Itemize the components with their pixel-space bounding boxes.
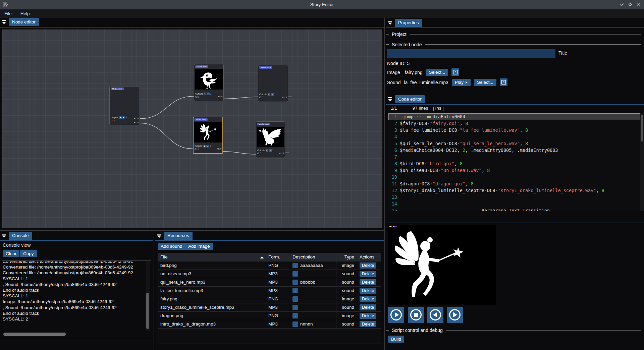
console-copy-button[interactable]: Copy <box>20 250 37 257</box>
decrement-outputs-button[interactable] <box>119 116 122 119</box>
edit-description-button[interactable]: .. <box>292 305 298 310</box>
resource-row[interactable]: story1_drako_luminelle_sceptre.mp3MP3..s… <box>158 303 381 312</box>
code-line[interactable]: 10 <box>388 174 641 180</box>
code-scrollbar-thumb[interactable] <box>641 115 643 141</box>
tab-node-editor[interactable]: Node editor <box>9 18 39 26</box>
resource-row[interactable]: intro_drako_le_dragon.mp3MP3..nnnnnsound… <box>158 320 381 329</box>
code-line[interactable]: 15 Paragraph Text Transition <box>388 207 641 211</box>
maximize-button[interactable] <box>628 2 633 7</box>
decrement-outputs-button[interactable] <box>268 93 270 96</box>
console-vertical-scrollbar[interactable] <box>146 261 150 331</box>
tab-resources[interactable]: Resources <box>164 232 193 240</box>
code-line[interactable]: 8$bird·DC8·"bird.qoi", 8 <box>388 160 641 167</box>
decrement-outputs-button[interactable] <box>204 93 206 95</box>
minimize-button[interactable] <box>619 2 625 7</box>
collapse-icon[interactable] <box>388 97 392 103</box>
console-clear-button[interactable]: Clear <box>3 250 19 257</box>
code-line[interactable]: 5$qui_sera_le_hero·DC8·"qui_sera_le_hero… <box>388 140 641 147</box>
decrement-outputs-button[interactable] <box>266 149 268 152</box>
add-sound-button[interactable]: Add sound <box>158 243 185 250</box>
edit-description-button[interactable]: .. <box>292 271 298 277</box>
code-line[interactable]: 3$la_fee_luminelle·DC8·"la_fee_luminelle… <box>388 127 641 133</box>
collapse-icon[interactable] <box>157 234 162 239</box>
graph-node-media[interactable]: Media nodeOutputs1O: 1#1: 0 <box>258 65 288 102</box>
image-select-button[interactable]: Select... <box>426 69 448 76</box>
increment-outputs-button[interactable] <box>271 93 274 96</box>
edit-description-button[interactable]: .. <box>292 280 298 285</box>
menu-file[interactable]: File <box>0 9 16 18</box>
console-log[interactable]: Convertered file: /home/anthony/ostproj/… <box>3 261 145 331</box>
edit-description-button[interactable]: .. <box>292 288 298 293</box>
code-line[interactable]: 4 <box>388 133 641 140</box>
resource-row[interactable]: un_oiseau.mp3MP3..soundDelete <box>158 270 381 278</box>
graph-node-media[interactable]: Media nodeOutputs1O: 1#1: 0 <box>194 64 224 101</box>
sound-play-button[interactable]: Play <box>452 79 471 86</box>
edit-description-button[interactable]: .. <box>292 322 298 327</box>
column-header-description[interactable]: Description <box>290 253 336 261</box>
delete-button[interactable]: Delete <box>360 279 376 285</box>
delete-button[interactable]: Delete <box>360 304 376 310</box>
graph-node-media[interactable]: Media nodeOutputs2O: 1#1: 0#2: 0 <box>109 86 140 125</box>
delete-button[interactable]: Delete <box>360 288 376 294</box>
node-title-input[interactable] <box>387 49 555 58</box>
emulator-step-forward-button[interactable] <box>447 307 463 323</box>
code-editor-text[interactable]: 1→jump····.mediaEntry00042$fairy·DC8·"fa… <box>388 113 641 211</box>
output-pin-label[interactable]: #1: 0 <box>279 152 284 154</box>
delete-button[interactable]: Delete <box>360 262 376 269</box>
node-graph[interactable]: Media nodeOutputs2O: 1#1: 0#2: 0Media no… <box>2 30 382 228</box>
sound-select-button[interactable]: Select... <box>474 79 496 86</box>
increment-outputs-button[interactable] <box>269 149 272 152</box>
close-icon[interactable] <box>636 2 641 7</box>
emulator-step-back-button[interactable] <box>427 307 443 323</box>
horizontal-splitter[interactable] <box>0 230 384 231</box>
emulator-stop-button[interactable] <box>408 307 424 323</box>
vertical-splitter-console-resources[interactable] <box>154 231 154 350</box>
resource-row[interactable]: qui_sera_le_hero.mp3MP3..bbbbbbsoundDele… <box>158 278 381 287</box>
column-header-type[interactable]: Type <box>336 253 357 261</box>
collapse-icon[interactable] <box>388 21 392 26</box>
output-pin-label[interactable]: #1: 0 <box>282 96 287 98</box>
resource-row[interactable]: bird.pngPNG..aaaaaaaaaimageDelete <box>158 261 381 270</box>
graph-node-media[interactable]: Media nodeOutputs1O: 1#1: 0 <box>256 121 285 158</box>
emulator-play-button[interactable] <box>388 307 404 323</box>
decrement-outputs-button[interactable] <box>203 145 206 148</box>
console-horizontal-scrollbar[interactable] <box>3 333 66 336</box>
column-header-file[interactable]: File <box>158 253 266 261</box>
output-pin-label[interactable]: #1: 0 <box>217 148 221 150</box>
column-header-form[interactable]: Form. <box>266 253 290 261</box>
output-pin-label[interactable]: #1: 0 <box>218 96 222 98</box>
increment-outputs-button[interactable] <box>206 145 209 148</box>
code-line[interactable]: 9$un_oiseau·DC8·"un_oiseau.wav", 8 <box>388 167 641 174</box>
code-line[interactable]: 12$story1_drako_luminelle_sceptre·DC8·"s… <box>388 187 641 194</box>
code-line[interactable]: 2$fairy·DC8·"fairy.qoi", 8 <box>388 120 641 127</box>
edit-description-button[interactable]: .. <box>292 313 298 318</box>
increment-outputs-button[interactable] <box>122 116 125 119</box>
menu-help[interactable]: Help <box>16 9 34 18</box>
output-pin-label[interactable]: #1: 0 <box>134 117 139 119</box>
image-clear-button[interactable]: × <box>451 68 459 76</box>
add-image-button[interactable]: Add image <box>185 243 213 250</box>
resource-row[interactable]: la_fee_luminelle.mp3MP3..soundDelete <box>158 287 381 295</box>
delete-button[interactable]: Delete <box>360 296 376 302</box>
delete-button[interactable]: Delete <box>360 313 376 319</box>
sound-clear-button[interactable]: × <box>500 78 507 86</box>
edit-description-button[interactable]: .. <box>292 296 298 302</box>
increment-outputs-button[interactable] <box>207 93 210 95</box>
edit-description-button[interactable]: .. <box>292 263 298 268</box>
code-line[interactable]: 7 <box>388 154 641 160</box>
resource-row[interactable]: fairy.pngPNG..imageDelete <box>158 295 381 303</box>
code-line[interactable]: 1→jump····.mediaEntry0004 <box>388 113 641 120</box>
code-line[interactable]: 14 <box>388 200 641 207</box>
collapse-icon[interactable] <box>2 234 6 239</box>
delete-button[interactable]: Delete <box>360 271 376 277</box>
tab-console[interactable]: Console <box>9 232 32 240</box>
column-header-actions[interactable]: Actions <box>357 253 381 261</box>
delete-button[interactable]: Delete <box>360 321 376 327</box>
vertical-splitter-main[interactable] <box>384 18 385 350</box>
output-pin-label[interactable]: #2: 0 <box>134 121 139 123</box>
tab-properties[interactable]: Properties <box>395 19 422 27</box>
graph-node-media[interactable]: Media nodeOutputs1O: 1#1: 0 <box>193 117 223 154</box>
tab-code-editor[interactable]: Code editor <box>395 95 425 103</box>
collapse-icon[interactable] <box>2 20 6 25</box>
console-scrollbar-thumb[interactable] <box>146 293 149 329</box>
